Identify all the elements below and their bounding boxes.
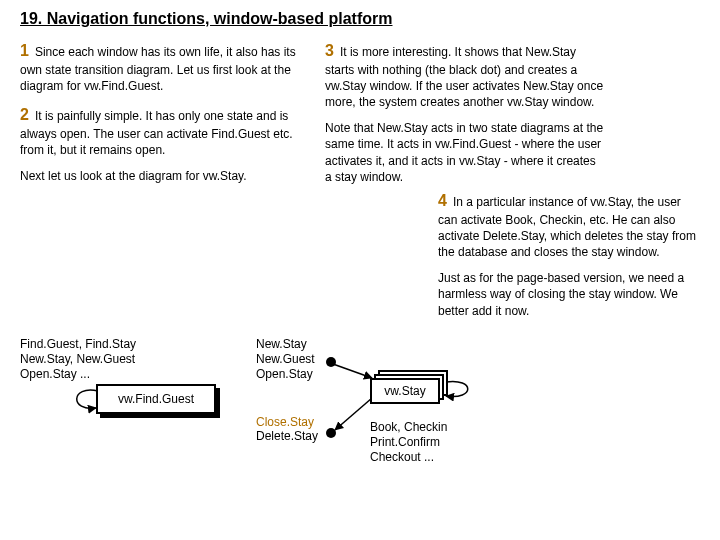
paragraph-4-text: In a particular instance of vw.Stay, the…	[438, 195, 696, 259]
stay-incoming-label: New.Stay New.Guest Open.Stay	[256, 337, 315, 382]
paragraph-2: 2It is painfully simple. It has only one…	[20, 104, 300, 158]
stay-self-actions-label: Book, Checkin Print.Confirm Checkout ...	[370, 420, 447, 465]
closestay-label: Close.Stay	[256, 415, 314, 430]
paragraph-1: 1Since each window has its own life, it …	[20, 40, 300, 94]
state-box-findguest: vw.Find.Guest	[96, 384, 216, 414]
step-number-1: 1	[20, 42, 29, 59]
page-title: 19. Navigation functions, window-based p…	[20, 10, 392, 28]
paragraph-1-text: Since each window has its own life, it a…	[20, 45, 296, 93]
step-number-4: 4	[438, 192, 447, 209]
paragraph-3: 3It is more interesting. It shows that N…	[325, 40, 605, 110]
paragraph-2-text: It is painfully simple. It has only one …	[20, 109, 293, 157]
state-box-stay: vw.Stay	[370, 378, 440, 404]
paragraph-3-text: It is more interesting. It shows that Ne…	[325, 45, 603, 109]
end-dot-icon	[326, 428, 336, 438]
step-number-3: 3	[325, 42, 334, 59]
deletestay-label: Delete.Stay	[256, 429, 318, 444]
paragraph-4: 4In a particular instance of vw.Stay, th…	[438, 190, 698, 260]
findguest-actions-label: Find.Guest, Find.Stay New.Stay, New.Gues…	[20, 337, 136, 382]
paragraph-2b: Next let us look at the diagram for vw.S…	[20, 168, 300, 184]
step-number-2: 2	[20, 106, 29, 123]
start-dot-icon	[326, 357, 336, 367]
paragraph-3b: Note that New.Stay acts in two state dia…	[325, 120, 605, 185]
paragraph-4b: Just as for the page-based version, we n…	[438, 270, 698, 319]
